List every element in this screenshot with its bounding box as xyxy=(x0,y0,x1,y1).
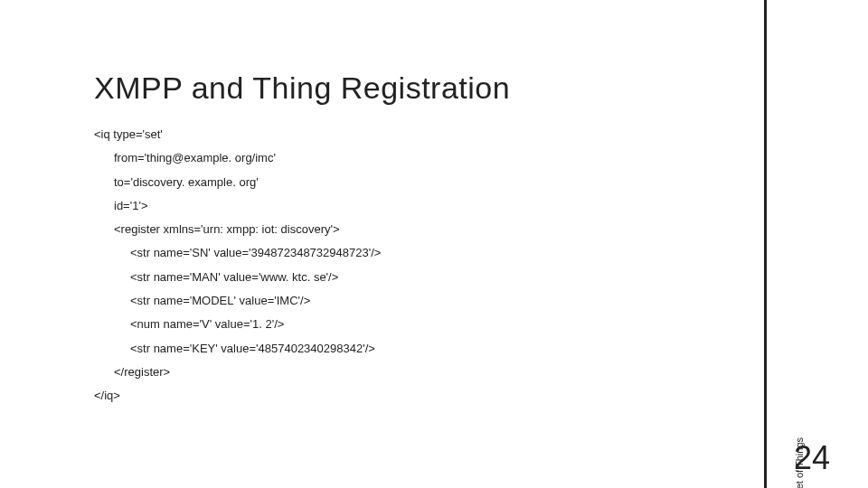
code-line: <str name='SN' value='394872348732948723… xyxy=(94,247,381,259)
code-line: <str name='MODEL' value='IMC'/> xyxy=(94,295,381,307)
code-line: <iq type='set' xyxy=(94,128,381,141)
code-line: from='thing@example. org/imc' xyxy=(94,152,381,164)
slide-body: <iq type='set' from='thing@example. org/… xyxy=(94,128,381,414)
page-number: 24 xyxy=(794,439,830,477)
code-line: <str name='MAN' value='www. ktc. se'/> xyxy=(94,271,381,284)
code-line: <register xmlns='urn: xmpp: iot: discove… xyxy=(94,223,381,236)
code-line: </register> xyxy=(94,366,381,379)
code-line: to='discovery. example. org' xyxy=(94,176,381,189)
slide: XMPP and Thing Registration <iq type='se… xyxy=(0,0,868,488)
code-line: </iq> xyxy=(94,389,381,402)
code-line: id='1'> xyxy=(94,200,381,212)
vertical-divider xyxy=(764,0,767,488)
slide-title: XMPP and Thing Registration xyxy=(94,70,510,106)
code-line: <str name='KEY' value='4857402340298342'… xyxy=(94,343,381,355)
code-line: <num name='V' value='1. 2'/> xyxy=(94,318,381,331)
